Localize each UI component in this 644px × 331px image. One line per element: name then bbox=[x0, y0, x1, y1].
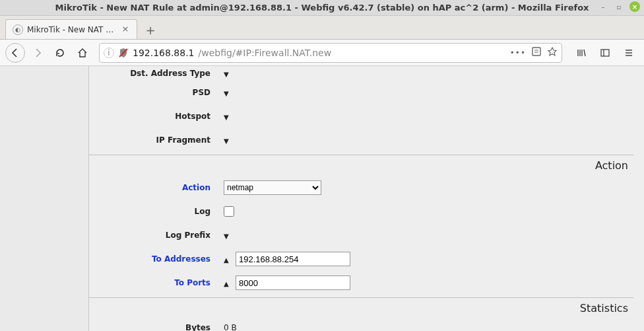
label-hotspot: Hotspot bbox=[89, 112, 214, 121]
webfig-content: Dst. Address Type PSD Hotspot IP Fragmen… bbox=[89, 66, 644, 331]
reload-button[interactable] bbox=[50, 43, 70, 63]
maximize-icon[interactable]: ▫ bbox=[614, 1, 624, 12]
tab-close-icon[interactable]: × bbox=[121, 25, 130, 34]
tab-label: MikroTik - New NAT Rule at ad bbox=[27, 25, 117, 34]
row-psd: PSD bbox=[89, 81, 633, 104]
chevron-down-icon[interactable] bbox=[224, 231, 232, 239]
arrow-right-icon bbox=[32, 48, 43, 58]
url-host: 192.168.88.1 bbox=[133, 48, 195, 58]
label-ip-fragment: IP Fragment bbox=[89, 135, 214, 145]
reload-icon bbox=[55, 48, 65, 58]
close-icon[interactable]: × bbox=[629, 1, 640, 12]
action-select[interactable]: netmap bbox=[224, 180, 321, 195]
reader-mode-icon[interactable] bbox=[531, 46, 542, 59]
chevron-down-icon[interactable] bbox=[224, 112, 232, 120]
chevron-down-icon[interactable] bbox=[224, 69, 232, 77]
label-bytes: Bytes bbox=[89, 323, 214, 331]
label-psd: PSD bbox=[89, 88, 214, 97]
forward-button[interactable] bbox=[28, 43, 48, 63]
chevron-down-icon[interactable] bbox=[224, 89, 232, 96]
svg-rect-4 bbox=[601, 50, 609, 56]
home-icon bbox=[77, 48, 88, 58]
home-button[interactable] bbox=[73, 43, 92, 63]
svg-rect-1 bbox=[532, 48, 540, 55]
label-to-ports: To Ports bbox=[89, 278, 214, 287]
bookmark-icon[interactable] bbox=[547, 46, 558, 59]
sidebar-icon bbox=[600, 48, 610, 58]
hamburger-icon bbox=[624, 48, 634, 58]
row-hotspot: Hotspot bbox=[89, 104, 633, 128]
info-icon[interactable]: i bbox=[104, 48, 114, 58]
minimize-icon[interactable]: – bbox=[598, 1, 608, 12]
log-checkbox[interactable] bbox=[224, 206, 234, 217]
label-log-prefix: Log Prefix bbox=[89, 231, 214, 240]
row-bytes: Bytes 0 B bbox=[89, 318, 633, 331]
library-button[interactable] bbox=[571, 43, 591, 63]
chevron-down-icon[interactable] bbox=[224, 136, 232, 144]
arrow-left-icon bbox=[10, 48, 20, 58]
chevron-up-icon[interactable] bbox=[224, 279, 232, 287]
row-to-addresses: To Addresses bbox=[89, 247, 633, 271]
section-action: Action bbox=[89, 155, 633, 176]
urlbar-actions: ••• bbox=[510, 46, 558, 59]
label-action: Action bbox=[89, 183, 214, 192]
toolbar-right bbox=[571, 43, 639, 63]
tab-strip: ◐ MikroTik - New NAT Rule at ad × + bbox=[0, 16, 644, 40]
browser-tab[interactable]: ◐ MikroTik - New NAT Rule at ad × bbox=[5, 19, 137, 39]
to-ports-input[interactable] bbox=[236, 276, 350, 290]
bytes-value: 0 B bbox=[224, 323, 237, 331]
back-button[interactable] bbox=[5, 43, 25, 63]
to-addresses-input[interactable] bbox=[236, 252, 350, 266]
window-titlebar: MikroTik - New NAT Rule at admin@192.168… bbox=[0, 0, 644, 16]
sidebar-button[interactable] bbox=[595, 43, 615, 63]
row-log-prefix: Log Prefix bbox=[89, 223, 633, 247]
window-controls: – ▫ × bbox=[598, 1, 640, 12]
nav-toolbar: i 192.168.88.1/webfig/#IP:Firewall.NAT.n… bbox=[0, 40, 644, 66]
window-title: MikroTik - New NAT Rule at admin@192.168… bbox=[55, 3, 589, 13]
section-statistics: Statistics bbox=[89, 298, 633, 318]
row-to-ports: To Ports bbox=[89, 271, 633, 295]
row-action: Action netmap bbox=[89, 176, 633, 200]
shield-blocked-icon[interactable] bbox=[118, 48, 129, 58]
favicon-icon: ◐ bbox=[13, 24, 23, 35]
label-log: Log bbox=[89, 207, 214, 216]
row-log: Log bbox=[89, 200, 633, 223]
library-icon bbox=[576, 48, 587, 58]
chevron-up-icon[interactable] bbox=[224, 255, 232, 263]
new-tab-button[interactable]: + bbox=[141, 20, 160, 39]
menu-button[interactable] bbox=[619, 43, 639, 63]
row-ip-fragment: IP Fragment bbox=[89, 128, 633, 152]
page-viewport: Dst. Address Type PSD Hotspot IP Fragmen… bbox=[0, 66, 644, 331]
url-path: /webfig/#IP:Firewall.NAT.new bbox=[199, 48, 332, 58]
label-dst-address-type: Dst. Address Type bbox=[89, 69, 214, 78]
url-bar[interactable]: i 192.168.88.1/webfig/#IP:Firewall.NAT.n… bbox=[99, 43, 562, 63]
webfig-sidebar[interactable] bbox=[0, 66, 89, 331]
label-to-addresses: To Addresses bbox=[89, 254, 214, 264]
row-dst-address-type: Dst. Address Type bbox=[89, 66, 633, 81]
page-actions-icon[interactable]: ••• bbox=[510, 48, 526, 57]
